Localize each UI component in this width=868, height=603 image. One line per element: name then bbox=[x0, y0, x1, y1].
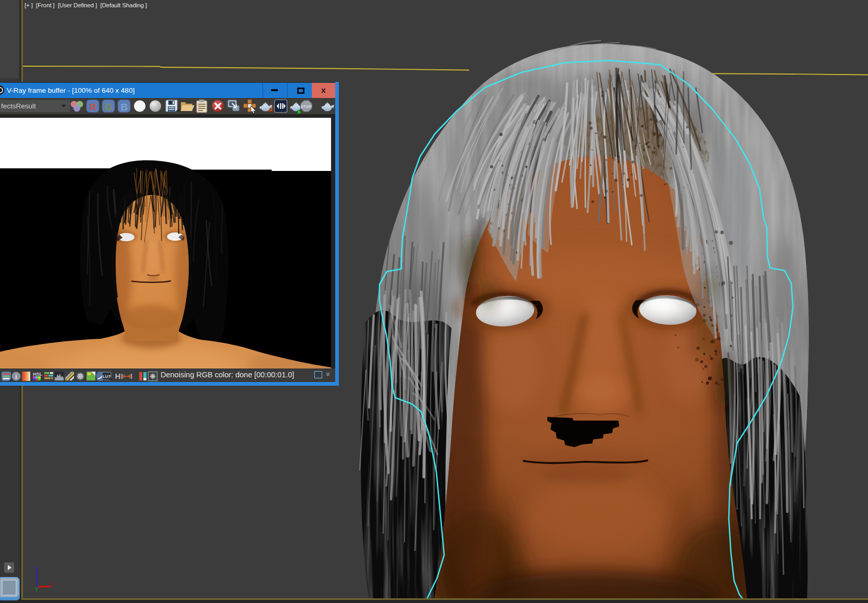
svg-text:x: x bbox=[52, 580, 55, 586]
svg-text:Y: Y bbox=[34, 586, 39, 593]
svg-text:B: B bbox=[120, 102, 128, 113]
svg-text:Z: Z bbox=[34, 567, 38, 574]
svg-text:STOP: STOP bbox=[301, 104, 312, 109]
svg-text:G: G bbox=[105, 102, 113, 113]
svg-text:H: H bbox=[115, 372, 121, 380]
svg-text:HSL: HSL bbox=[33, 372, 43, 377]
svg-text:LUT: LUT bbox=[103, 374, 111, 379]
svg-text:R: R bbox=[89, 102, 96, 113]
